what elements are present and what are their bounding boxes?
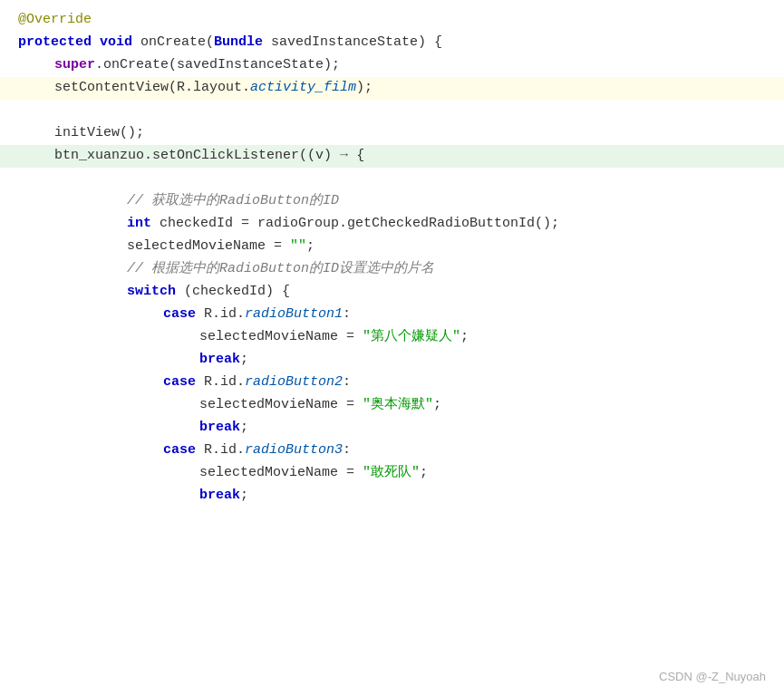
line-oncreate-sig: protected void onCreate( Bundle savedIns… [0,32,784,54]
r-id1: R.id. [204,304,245,325]
line-btn-click: btn_xuanzuo . setOnClickListener(( v ) →… [0,145,784,168]
kw-case2: case [163,372,204,393]
radiobutton3-id: radioButton3 [245,440,343,461]
line-case1: case R.id. radioButton1 : [0,304,784,326]
method-setcontentview: setContentView(R.layout. [54,77,250,99]
movie2-string: "奥本海默" [363,394,433,416]
dot1: . [144,145,152,167]
line-movie3: selectedMovieName = "敢死队" ; [0,462,784,485]
line-override: @Override [0,9,784,32]
btn-name: btn_xuanzuo [54,145,144,167]
comment-get-id: // 获取选中的RadioButton的ID [127,190,339,212]
var-checkedid: checkedId = radioGroup. [160,213,347,235]
kw-break2: break [199,417,240,439]
line-comment1: // 获取选中的RadioButton的ID [0,190,784,213]
method-setonclick: setOnClickListener(( [152,145,315,167]
param-v: v [315,145,324,167]
semi3: ; [433,394,441,416]
line-break1: break ; [0,349,784,372]
kw-break3: break [199,485,240,507]
var-selectedmoviename1: selectedMovieName = [127,236,290,257]
paren-close: ) [324,145,332,167]
line-comment2: // 根据选中的RadioButton的ID设置选中的片名 [0,258,784,281]
comment-set-name: // 根据选中的RadioButton的ID设置选中的片名 [127,258,434,280]
watermark: CSDN @-Z_Nuyoah [659,668,766,687]
kw-void: void [100,32,140,53]
super-dot: . [95,54,103,76]
setcontentview-close: ); [356,77,373,99]
colon1: : [343,304,351,325]
method-oncreate: onCreate( [140,32,214,53]
switch-paren: (checkedId) { [184,281,290,303]
line-movie1: selectedMovieName = "第八个嫌疑人" ; [0,326,784,349]
radiobutton2-id: radioButton2 [245,372,343,393]
blank-line-2 [0,168,784,190]
var-selectedmoviename4: selectedMovieName = [199,462,363,484]
colon3: : [343,440,351,461]
blank-line-1 [0,100,784,122]
radiobutton1-id: radioButton1 [245,304,343,325]
line-initview: initView(); [0,122,784,145]
semi4: ; [420,462,428,484]
colon2: : [343,372,351,393]
kw-super: super [54,54,95,76]
line-super-call: super . onCreate(savedInstanceState); [0,54,784,77]
line-selected-empty: selectedMovieName = "" ; [0,236,784,258]
arrow-op: → [332,145,356,167]
method-initview: initView(); [54,122,144,144]
empty-string: "" [290,236,306,257]
line-movie2: selectedMovieName = "奥本海默" ; [0,394,784,417]
line-setcontentview: setContentView(R.layout. activity_film )… [0,77,784,100]
type-bundle: Bundle [214,32,271,53]
semi1: ; [306,236,315,257]
var-selectedmoviename3: selectedMovieName = [199,394,363,416]
line-break3: break ; [0,485,784,508]
kw-break1: break [199,349,240,371]
annotation-override: @Override [18,9,92,31]
brace-open: { [356,145,364,167]
r-id3: R.id. [204,440,245,461]
kw-switch: switch [127,281,184,303]
line-int-checked: int checkedId = radioGroup. getCheckedRa… [0,213,784,236]
line-switch: switch (checkedId) { [0,281,784,304]
param-savedinstance: savedInstanceState) { [271,32,442,53]
type-int: int [127,213,160,235]
break3-semi: ; [240,485,248,507]
break1-semi: ; [240,349,248,371]
line-case2: case R.id. radioButton2 : [0,372,784,394]
method-getchecked: getCheckedRadioButtonId(); [347,213,559,235]
layout-name: activity_film [250,77,356,99]
r-id2: R.id. [204,372,245,393]
line-case3: case R.id. radioButton3 : [0,440,784,462]
movie1-string: "第八个嫌疑人" [363,326,460,348]
kw-protected: protected [18,32,100,53]
movie3-string: "敢死队" [363,462,420,484]
semi2: ; [460,326,469,348]
method-super-oncreate: onCreate(savedInstanceState); [103,54,340,76]
var-selectedmoviename2: selectedMovieName = [199,326,363,348]
line-break2: break ; [0,417,784,440]
kw-case1: case [163,304,204,325]
kw-case3: case [163,440,204,461]
break2-semi: ; [240,417,248,439]
code-container: @Override protected void onCreate( Bundl… [0,0,784,696]
